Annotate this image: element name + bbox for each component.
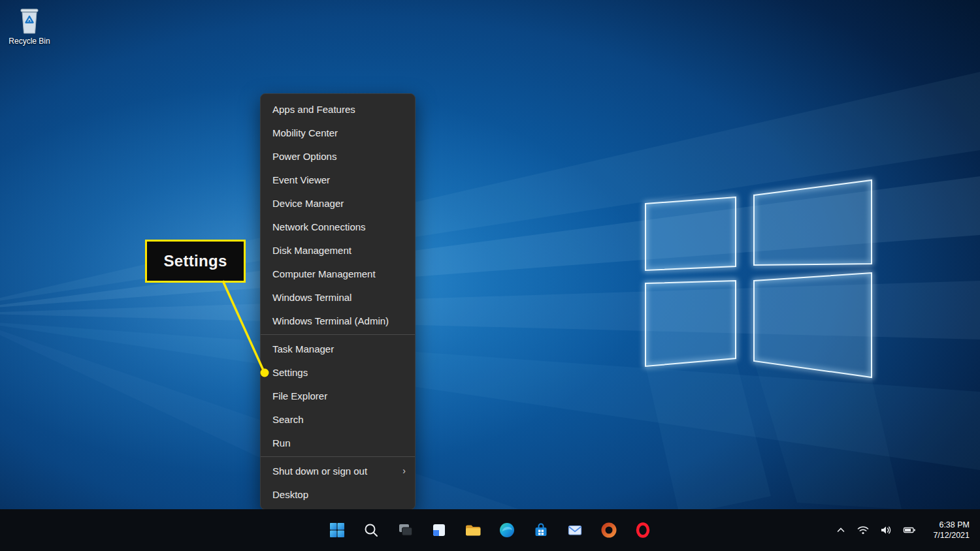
widgets-button[interactable]	[426, 517, 452, 543]
menu-item-event-viewer[interactable]: Event Viewer	[261, 168, 415, 191]
menu-item-mobility-center[interactable]: Mobility Center	[261, 121, 415, 144]
tray-overflow-button[interactable]	[833, 522, 849, 538]
search-icon	[363, 522, 379, 538]
tray-icons	[833, 522, 919, 538]
menu-item-settings[interactable]: Settings	[261, 360, 415, 384]
windows-logo-icon	[329, 522, 346, 539]
clock[interactable]: 6:38 PM 7/12/2021	[929, 517, 973, 544]
menu-item-windows-terminal-admin[interactable]: Windows Terminal (Admin)	[261, 309, 415, 332]
menu-item-label: Shut down or sign out	[272, 465, 367, 477]
edge-button[interactable]	[494, 517, 520, 543]
menu-item-windows-terminal[interactable]: Windows Terminal	[261, 285, 415, 309]
taskbar: 6:38 PM 7/12/2021	[0, 509, 980, 551]
settings-callout-box: Settings	[145, 240, 246, 283]
office-icon	[600, 522, 617, 539]
menu-item-network-connections[interactable]: Network Connections	[261, 215, 415, 238]
network-button[interactable]	[855, 522, 872, 538]
file-explorer-folder-icon	[464, 522, 482, 539]
search-button[interactable]	[358, 517, 384, 543]
widgets-icon	[431, 522, 448, 539]
settings-callout-label: Settings	[163, 252, 227, 270]
menu-item-search[interactable]: Search	[261, 407, 415, 431]
opera-button[interactable]	[630, 517, 656, 543]
winx-menu: Apps and Features Mobility Center Power …	[260, 93, 416, 510]
menu-item-computer-management[interactable]: Computer Management	[261, 262, 415, 285]
menu-item-shut-down-or-sign-out[interactable]: Shut down or sign out ›	[261, 459, 415, 482]
menu-item-disk-management[interactable]: Disk Management	[261, 238, 415, 262]
battery-icon	[903, 525, 916, 535]
recycle-bin-label: Recycle Bin	[4, 37, 55, 46]
chevron-up-icon	[836, 525, 846, 535]
menu-item-device-manager[interactable]: Device Manager	[261, 191, 415, 215]
menu-item-power-options[interactable]: Power Options	[261, 144, 415, 168]
taskbar-center-icons	[324, 517, 656, 543]
clock-time: 6:38 PM	[939, 520, 970, 530]
start-button[interactable]	[324, 517, 350, 543]
system-tray: 6:38 PM 7/12/2021	[833, 509, 973, 551]
menu-item-apps-and-features[interactable]: Apps and Features	[261, 97, 415, 121]
desktop: Recycle Bin Apps and Features Mobility C…	[0, 0, 980, 551]
edge-icon	[498, 522, 515, 539]
menu-separator	[261, 334, 415, 335]
task-view-button[interactable]	[392, 517, 418, 543]
menu-separator	[261, 456, 415, 457]
menu-item-task-manager[interactable]: Task Manager	[261, 337, 415, 360]
office-button[interactable]	[596, 517, 622, 543]
mail-button[interactable]	[562, 517, 588, 543]
menu-item-desktop[interactable]: Desktop	[261, 482, 415, 506]
file-explorer-button[interactable]	[460, 517, 486, 543]
mail-icon	[566, 522, 583, 539]
menu-item-run[interactable]: Run	[261, 431, 415, 454]
recycle-bin-glyph	[15, 4, 44, 35]
volume-button[interactable]	[877, 522, 894, 538]
recycle-bin-icon[interactable]: Recycle Bin	[4, 4, 55, 46]
speaker-icon	[880, 525, 892, 535]
wifi-icon	[857, 525, 869, 535]
opera-icon	[634, 522, 651, 539]
task-view-icon	[397, 522, 414, 539]
menu-item-file-explorer[interactable]: File Explorer	[261, 384, 415, 407]
battery-button[interactable]	[900, 522, 919, 538]
microsoft-store-icon	[532, 522, 549, 539]
microsoft-store-button[interactable]	[528, 517, 554, 543]
clock-date: 7/12/2021	[933, 530, 970, 541]
submenu-chevron-icon: ›	[402, 465, 406, 476]
